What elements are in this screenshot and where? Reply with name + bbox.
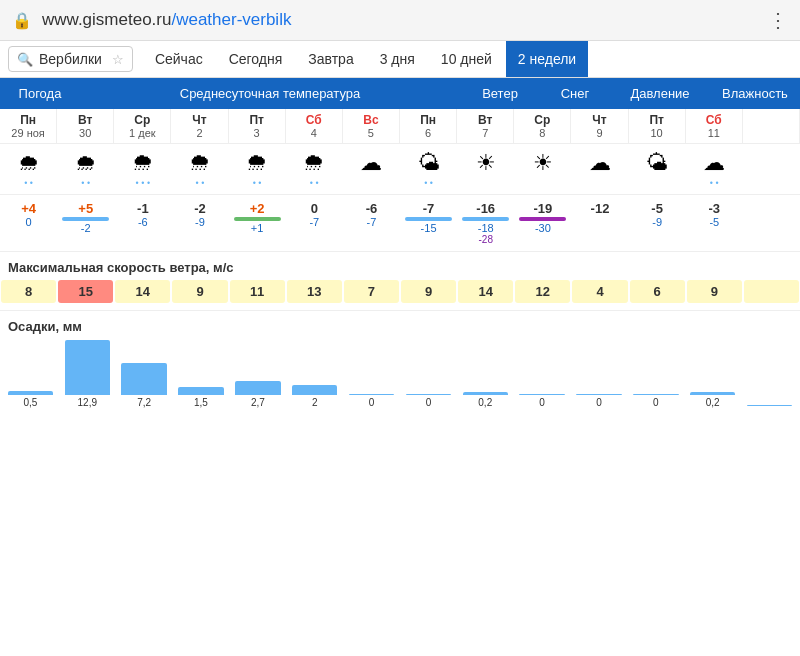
wind-cell: 8 — [1, 280, 56, 303]
precip-cell: 7,2 — [116, 363, 173, 408]
search-text: Вербилки — [39, 51, 102, 67]
tab-10days[interactable]: 10 дней — [429, 41, 504, 77]
wind-cell: 9 — [401, 280, 456, 303]
weather-icon-cell: ☁• • — [686, 148, 743, 190]
day-cell: Чт9 — [571, 109, 628, 143]
weather-icon-cell — [743, 148, 800, 190]
more-icon[interactable]: ⋮ — [768, 8, 788, 32]
url-base: www.gismeteo.ru — [42, 10, 171, 29]
weather-icon-cell: ☁ — [571, 148, 628, 190]
wind-cell: 12 — [515, 280, 570, 303]
precip-cell: 2,7 — [229, 381, 286, 408]
nav-bar: 🔍 Вербилки ☆ Сейчас Сегодня Завтра 3 дня… — [0, 41, 800, 78]
temp-cell: -19-30 — [514, 199, 571, 247]
star-icon[interactable]: ☆ — [112, 52, 124, 67]
temp-cell — [743, 199, 800, 247]
day-cell: Пн29 ноя — [0, 109, 57, 143]
precip-cell: 2 — [286, 385, 343, 408]
wind-cell: 14 — [115, 280, 170, 303]
precip-cell: 0 — [571, 394, 628, 408]
tab-seychas[interactable]: Сейчас — [143, 41, 215, 77]
wind-title: Максимальная скорость ветра, м/с — [0, 252, 800, 279]
day-cell: Вс5 — [343, 109, 400, 143]
weather-icon-cell: 🌤 — [629, 148, 686, 190]
precip-section: Осадки, мм 0,512,97,21,52,72000,20000,2 — [0, 311, 800, 416]
table-header: Погода Среднесуточная температура Ветер … — [0, 78, 800, 109]
temp-cell: -6-7 — [343, 199, 400, 247]
temp-cell: +40 — [0, 199, 57, 247]
temp-cell: -16-18-28 — [457, 199, 514, 247]
day-cell: Ср8 — [514, 109, 571, 143]
header-davlenie: Давление — [610, 84, 710, 103]
header-temp: Среднесуточная температура — [80, 84, 460, 103]
precip-cell — [741, 405, 798, 408]
weather-icon-cell: 🌧• • — [57, 148, 114, 190]
header-vlajnost: Влажность — [710, 84, 800, 103]
weather-icon-cell: 🌨• • — [229, 148, 286, 190]
day-cell: Пн6 — [400, 109, 457, 143]
precip-cell: 0 — [400, 394, 457, 408]
weather-icon-cell: 🌨• • • — [114, 148, 171, 190]
wind-cell: 6 — [630, 280, 685, 303]
tab-zavtra[interactable]: Завтра — [296, 41, 365, 77]
days-row: Пн29 нояВт30Ср1 декЧт2Пт3Сб4Вс5Пн6Вт7Ср8… — [0, 109, 800, 144]
weather-icon-cell: 🌧• • — [0, 148, 57, 190]
temp-section: +40+5-2-1-6-2-9+2+10-7-6-7-7-15-16-18-28… — [0, 195, 800, 252]
precip-cell: 0,2 — [684, 392, 741, 408]
temp-cell: -3-5 — [686, 199, 743, 247]
search-icon: 🔍 — [17, 52, 33, 67]
day-cell: Чт2 — [171, 109, 228, 143]
wind-section: Максимальная скорость ветра, м/с 8151491… — [0, 252, 800, 311]
precip-title: Осадки, мм — [0, 311, 800, 338]
day-cell: Пт10 — [629, 109, 686, 143]
weather-icons-row: 🌧• •🌧• •🌨• • •🌨• •🌨• •🌨• •☁🌤• •☀☀☁🌤☁• • — [0, 144, 800, 195]
wind-cell: 7 — [344, 280, 399, 303]
wind-cell: 4 — [572, 280, 627, 303]
precip-cell: 0 — [627, 394, 684, 408]
day-cell — [743, 109, 800, 143]
wind-cell: 14 — [458, 280, 513, 303]
wind-cell: 9 — [687, 280, 742, 303]
tab-2weeks[interactable]: 2 недели — [506, 41, 588, 77]
temp-cell: 0-7 — [286, 199, 343, 247]
weather-icon-cell: 🌨• • — [286, 148, 343, 190]
header-sneg: Снег — [540, 84, 610, 103]
wind-cell: 11 — [230, 280, 285, 303]
weather-icon-cell: 🌨• • — [171, 148, 228, 190]
temp-cell: -1-6 — [114, 199, 171, 247]
day-cell: Сб11 — [686, 109, 743, 143]
url-display: www.gismeteo.ru/weather-verbilk — [42, 10, 291, 30]
temp-cell: -2-9 — [171, 199, 228, 247]
weather-icon-cell: ☀ — [457, 148, 514, 190]
temp-cell: -7-15 — [400, 199, 457, 247]
precip-cell: 0 — [514, 394, 571, 408]
wind-cell — [744, 280, 799, 303]
temp-cell: +5-2 — [57, 199, 114, 247]
precip-cell: 12,9 — [59, 340, 116, 408]
header-pogoda: Погода — [0, 84, 80, 103]
wind-cell: 9 — [172, 280, 227, 303]
wind-cell: 15 — [58, 280, 113, 303]
temp-cell: -5-9 — [629, 199, 686, 247]
temp-cell: -12 — [571, 199, 628, 247]
precip-cell: 0,5 — [2, 391, 59, 408]
url-path: /weather-verbilk — [171, 10, 291, 29]
day-cell: Вт7 — [457, 109, 514, 143]
precip-cell: 1,5 — [173, 387, 230, 408]
tab-3days[interactable]: 3 дня — [368, 41, 427, 77]
weather-icon-cell: ☀ — [514, 148, 571, 190]
day-cell: Пт3 — [229, 109, 286, 143]
weather-icon-cell: ☁ — [343, 148, 400, 190]
tab-segodnya[interactable]: Сегодня — [217, 41, 295, 77]
day-cell: Вт30 — [57, 109, 114, 143]
browser-bar: 🔒 www.gismeteo.ru/weather-verbilk ⋮ — [0, 0, 800, 41]
header-veter: Ветер — [460, 84, 540, 103]
temp-cell: +2+1 — [229, 199, 286, 247]
weather-icon-cell: 🌤• • — [400, 148, 457, 190]
precip-cell: 0,2 — [457, 392, 514, 408]
lock-icon: 🔒 — [12, 11, 32, 30]
precip-cell: 0 — [343, 394, 400, 408]
day-cell: Ср1 дек — [114, 109, 171, 143]
day-cell: Сб4 — [286, 109, 343, 143]
search-box[interactable]: 🔍 Вербилки ☆ — [8, 46, 133, 72]
